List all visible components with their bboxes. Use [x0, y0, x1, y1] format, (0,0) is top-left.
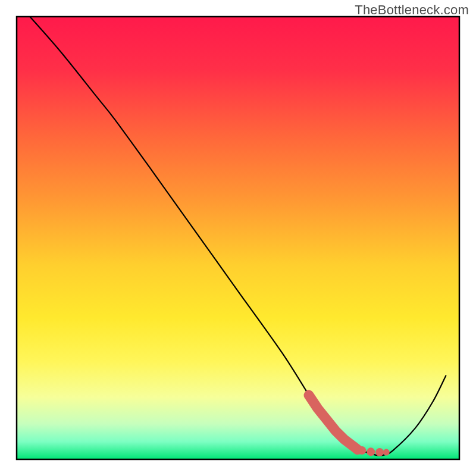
optimal-highlight-dot — [367, 447, 375, 456]
optimal-highlight-dot — [358, 446, 366, 455]
optimal-highlight-dot — [375, 448, 384, 456]
bottleneck-chart — [0, 0, 476, 476]
watermark-text: TheBottleneck.com — [355, 2, 469, 18]
plot-background — [17, 17, 459, 459]
optimal-highlight-dot — [383, 449, 390, 456]
chart-stage: TheBottleneck.com — [0, 0, 476, 476]
